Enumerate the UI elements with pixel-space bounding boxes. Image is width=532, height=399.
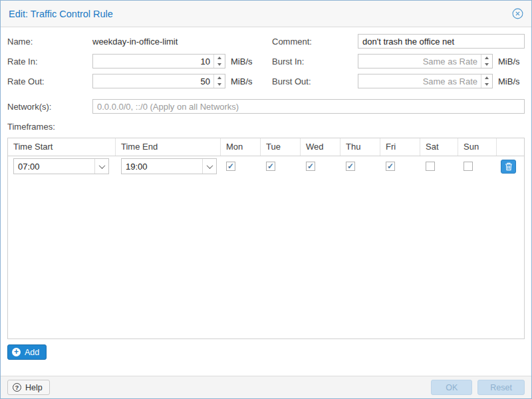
col-header-sat: Sat (420, 138, 458, 156)
help-button-label: Help (25, 383, 43, 392)
row-rate-burst-in: Rate In: MiB/s Burst In: (7, 54, 525, 68)
rate-in-label: Rate In: (7, 57, 92, 66)
row-networks: Network(s): (7, 99, 525, 114)
rate-in-input[interactable] (93, 55, 213, 68)
burst-out-spin-up[interactable] (481, 74, 492, 81)
grid-empty-area (8, 176, 524, 338)
time-start-combobox (13, 158, 109, 174)
time-start-chevron-down-icon[interactable] (94, 159, 108, 174)
close-icon (512, 8, 523, 19)
rate-in-field (92, 54, 225, 68)
col-header-wed: Wed (301, 138, 340, 156)
checkbox-tue[interactable] (266, 162, 275, 171)
time-start-input[interactable] (14, 159, 94, 174)
rate-out-spinner (213, 74, 225, 88)
plus-circle-icon: + (12, 348, 21, 356)
checkbox-thu[interactable] (346, 162, 355, 171)
add-row: + Add (7, 344, 525, 360)
networks-label: Network(s): (7, 102, 92, 112)
rate-out-unit: MiB/s (231, 76, 253, 86)
rate-out-spin-up[interactable] (214, 74, 225, 81)
rate-in-unit: MiB/s (231, 57, 253, 66)
timeframe-row (8, 156, 524, 176)
dialog-title: Edit: Traffic Control Rule (9, 9, 113, 19)
checkbox-wed[interactable] (306, 162, 315, 171)
name-value: weekday-in-office-limit (92, 37, 178, 47)
col-header-mon: Mon (221, 138, 261, 156)
time-end-combobox (121, 158, 217, 174)
burst-in-spin-up[interactable] (481, 55, 492, 61)
col-header-tue: Tue (261, 138, 301, 156)
row-rate-burst-out: Rate Out: MiB/s Burst Out: (7, 74, 525, 88)
dialog-body: Name: weekday-in-office-limit Comment: R… (1, 27, 531, 376)
ok-button[interactable]: OK (431, 380, 472, 395)
networks-input[interactable] (92, 99, 525, 114)
timeframes-grid: Time Start Time End Mon Tue Wed Thu Fri … (7, 138, 525, 339)
row-name-comment: Name: weekday-in-office-limit Comment: (7, 34, 525, 49)
col-header-time-end: Time End (116, 138, 221, 156)
add-button[interactable]: + Add (7, 344, 47, 360)
checkbox-sat[interactable] (426, 162, 435, 171)
rate-out-spin-down[interactable] (214, 81, 225, 88)
rate-out-label: Rate Out: (7, 76, 92, 86)
rate-in-spin-up[interactable] (214, 55, 225, 61)
burst-out-spin-down[interactable] (481, 81, 492, 88)
rate-out-input[interactable] (93, 74, 213, 88)
rate-out-field (92, 74, 225, 88)
burst-out-unit: MiB/s (498, 76, 520, 86)
burst-in-spinner (481, 55, 492, 68)
checkbox-fri[interactable] (386, 162, 395, 171)
burst-in-field (358, 54, 493, 68)
col-header-fri: Fri (380, 138, 420, 156)
dialog-titlebar: Edit: Traffic Control Rule (1, 1, 531, 27)
comment-input[interactable] (358, 34, 525, 49)
col-header-actions (497, 138, 525, 156)
checkbox-mon[interactable] (226, 162, 235, 171)
add-button-label: Add (25, 348, 39, 357)
timeframes-grid-header: Time Start Time End Mon Tue Wed Thu Fri … (8, 138, 524, 156)
time-end-chevron-down-icon[interactable] (202, 159, 216, 174)
trash-icon (505, 162, 513, 171)
burst-out-field (358, 74, 493, 88)
question-circle-icon: ? (13, 383, 21, 392)
name-label: Name: (7, 37, 92, 47)
dialog-footer: ? Help OK Reset (1, 376, 531, 398)
edit-traffic-control-rule-dialog: Edit: Traffic Control Rule Name: weekday… (0, 0, 532, 399)
rate-in-spinner (213, 55, 225, 68)
footer-buttons: OK Reset (431, 380, 525, 395)
reset-button[interactable]: Reset (477, 380, 525, 395)
burst-in-input[interactable] (358, 55, 481, 68)
help-button[interactable]: ? Help (7, 380, 50, 395)
col-header-sun: Sun (458, 138, 497, 156)
time-end-input[interactable] (122, 159, 202, 174)
burst-out-input[interactable] (358, 74, 481, 88)
burst-in-label: Burst In: (272, 57, 358, 66)
burst-in-spin-down[interactable] (481, 61, 492, 68)
col-header-thu: Thu (340, 138, 380, 156)
col-header-time-start: Time Start (8, 138, 116, 156)
comment-label: Comment: (272, 37, 358, 47)
checkbox-sun[interactable] (464, 162, 473, 171)
rate-in-spin-down[interactable] (214, 61, 225, 68)
burst-out-label: Burst Out: (272, 76, 358, 86)
timeframes-label: Timeframes: (7, 122, 525, 134)
burst-in-unit: MiB/s (498, 57, 520, 66)
burst-out-spinner (481, 74, 492, 88)
delete-row-button[interactable] (501, 160, 516, 174)
close-button[interactable] (511, 8, 523, 20)
